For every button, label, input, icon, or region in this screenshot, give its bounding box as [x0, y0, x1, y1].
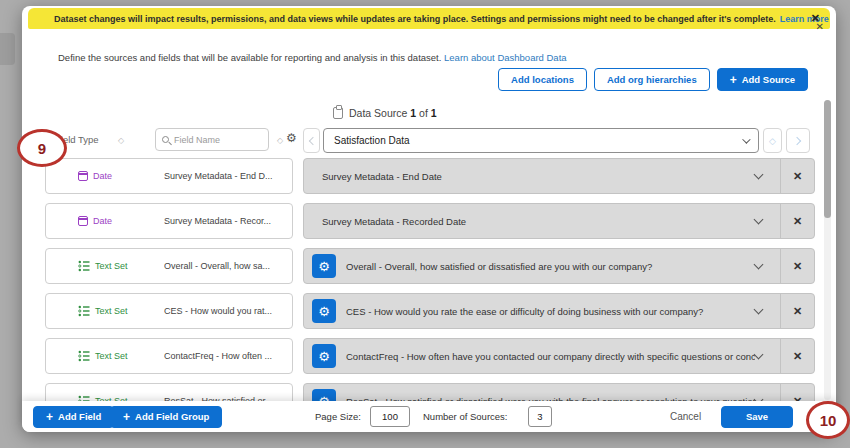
remove-field-icon[interactable]: ✕ — [781, 305, 814, 318]
footer-bar: + Add Field + Add Field Group Page Size:… — [22, 401, 836, 432]
field-type: Date — [46, 216, 164, 226]
field-card[interactable]: Date Survey Metadata - End D... — [45, 158, 293, 194]
dataset-warning-banner: Dataset changes will impact results, per… — [28, 8, 830, 29]
mapped-field-row: ⚙ ContactFreq - How often have you conta… — [303, 338, 815, 374]
dialog-close-icon[interactable]: ✕ — [816, 22, 824, 32]
source-sort-button[interactable]: ◇ — [763, 128, 782, 153]
data-source-counter: Data Source 1 of 1 — [333, 107, 437, 119]
remove-field-icon[interactable]: ✕ — [781, 350, 814, 363]
text-set-icon — [78, 350, 90, 362]
plus-icon: + — [46, 411, 53, 423]
chevron-down-icon[interactable] — [754, 215, 764, 225]
gear-icon: ⚙ — [318, 304, 330, 319]
field-card[interactable]: Date Survey Metadata - Recor... — [45, 203, 293, 239]
field-name: ContactFreq - How often ... — [164, 351, 272, 361]
scrollbar-track[interactable] — [824, 100, 831, 400]
field-name: Survey Metadata - Recor... — [164, 216, 271, 226]
remove-field-icon[interactable]: ✕ — [781, 215, 814, 228]
annotation-circle-10: 10 — [806, 401, 850, 439]
sort-icon[interactable]: ◇ — [277, 136, 283, 145]
field-name-search[interactable] — [155, 128, 269, 151]
add-source-button[interactable]: + Add Source — [717, 68, 808, 91]
page-size-input[interactable] — [370, 406, 410, 427]
mapped-field-label: Survey Metadata - Recorded Date — [312, 216, 755, 227]
chevron-down-icon[interactable] — [754, 305, 764, 315]
search-icon — [162, 136, 169, 143]
field-name-search-input[interactable] — [174, 135, 258, 145]
chevron-down-icon[interactable] — [754, 350, 764, 360]
banner-text: Dataset changes will impact results, per… — [54, 14, 776, 24]
add-field-button[interactable]: + Add Field — [33, 406, 114, 428]
chevron-down-icon — [742, 135, 750, 143]
mapped-field-row: ⚙ Overall - Overall, how satisfied or di… — [303, 248, 815, 284]
calendar-icon — [78, 216, 88, 226]
text-set-icon — [78, 260, 90, 272]
field-type: Date — [46, 171, 164, 181]
sort-icon[interactable]: ◇ — [118, 136, 124, 145]
chevron-left-icon — [308, 136, 316, 144]
prev-source-button[interactable] — [303, 128, 320, 153]
field-settings-button[interactable]: ⚙ — [312, 254, 336, 278]
chevron-down-icon[interactable] — [754, 170, 764, 180]
mapped-field-label: ContactFreq - How often have you contact… — [346, 351, 755, 362]
remove-field-icon[interactable]: ✕ — [781, 260, 814, 273]
calendar-icon — [78, 171, 88, 181]
field-settings-gear-icon[interactable]: ⚙ — [286, 131, 297, 145]
field-type: Text Set — [46, 350, 164, 362]
annotation-circle-9: 9 — [17, 129, 67, 167]
intro-description: Define the sources and fields that will … — [58, 52, 441, 63]
field-name: Survey Metadata - End D... — [164, 171, 273, 181]
field-settings-button[interactable]: ⚙ — [312, 299, 336, 323]
field-card[interactable]: Text Set Overall - Overall, how sa... — [45, 248, 293, 284]
text-set-icon — [78, 305, 90, 317]
background-fragment — [0, 33, 15, 65]
add-field-group-button[interactable]: + Add Field Group — [110, 406, 222, 428]
plus-icon: + — [123, 411, 130, 423]
field-settings-button[interactable]: ⚙ — [312, 344, 336, 368]
gear-icon: ⚙ — [318, 349, 330, 364]
field-card[interactable]: Text Set CES - How would you rat... — [45, 293, 293, 329]
mapped-field-row: ⚙ CES - How would you rate the ease or d… — [303, 293, 815, 329]
field-name: CES - How would you rat... — [164, 306, 272, 316]
field-type: Text Set — [46, 260, 164, 272]
page-size-label: Page Size: — [315, 411, 361, 422]
scrollbar-thumb[interactable] — [824, 100, 831, 218]
cancel-button[interactable]: Cancel — [670, 411, 701, 422]
field-name: Overall - Overall, how sa... — [164, 261, 270, 271]
clipboard-icon — [333, 107, 343, 119]
add-locations-button[interactable]: Add locations — [498, 68, 587, 91]
mapped-field-row: Survey Metadata - End Date ✕ — [303, 158, 815, 194]
gear-icon: ⚙ — [318, 259, 330, 274]
num-sources-label: Number of Sources: — [423, 411, 507, 422]
source-select-value: Satisfaction Data — [334, 135, 410, 146]
field-type: Text Set — [46, 305, 164, 317]
toolbar: Add locations Add org hierarchies + Add … — [498, 68, 808, 91]
save-button[interactable]: Save — [721, 406, 793, 428]
dataset-settings-dialog: Dataset changes will impact results, per… — [22, 6, 836, 432]
mapped-field-label: Overall - Overall, how satisfied or diss… — [346, 261, 755, 272]
remove-field-icon[interactable]: ✕ — [781, 170, 814, 183]
dashboard-data-link[interactable]: Learn about Dashboard Data — [444, 52, 567, 63]
intro-text: Define the sources and fields that will … — [58, 52, 567, 63]
mapped-field-label: CES - How would you rate the ease or dif… — [346, 306, 755, 317]
next-source-button[interactable] — [786, 128, 810, 153]
mapped-field-row: Survey Metadata - Recorded Date ✕ — [303, 203, 815, 239]
num-sources-input[interactable] — [528, 406, 552, 427]
add-org-hierarchies-button[interactable]: Add org hierarchies — [594, 68, 710, 91]
chevron-right-icon — [793, 136, 801, 144]
chevron-down-icon[interactable] — [754, 260, 764, 270]
mapped-field-label: Survey Metadata - End Date — [312, 171, 755, 182]
source-select[interactable]: Satisfaction Data — [323, 128, 759, 153]
field-card[interactable]: Text Set ContactFreq - How often ... — [45, 338, 293, 374]
diamond-icon: ◇ — [769, 136, 776, 146]
plus-icon: + — [730, 74, 737, 86]
